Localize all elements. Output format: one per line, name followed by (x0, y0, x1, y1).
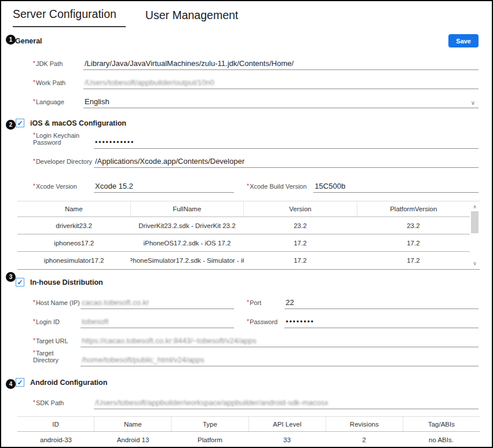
ios-macos-section-title: iOS & macOS Configuration (30, 119, 126, 127)
android-sdk-table-header: ID Name Type API Level Revisions Tag/ABI… (17, 417, 480, 432)
cell-platformversion: 23.2 (357, 217, 470, 234)
work-path-input[interactable]: /Users/tobesoft/appbuilder/output/10n0 (83, 78, 479, 89)
target-url-input[interactable]: https://cacao.tobesoft.co.kr:8443/~tobes… (81, 336, 479, 347)
xcode-version-label: *Xcode Version (33, 183, 94, 193)
save-button[interactable]: Save (448, 34, 479, 47)
column-header-platformversion: PlatformVersion (357, 201, 470, 216)
developer-directory-label: *Developer Directory (33, 158, 94, 168)
section-general: 1 General Save *JDK Path /Library/Java/J… (1, 34, 492, 108)
password-label: *Password (247, 318, 284, 328)
keychain-password-label: *Login Keychain Password (33, 132, 94, 149)
target-url-label: *Target URL (33, 337, 81, 347)
cell-name: iphonesimulator17.2 (17, 252, 130, 269)
login-id-input[interactable]: tobesoft (81, 317, 234, 328)
android-checkbox[interactable]: ✓ (16, 378, 24, 387)
checkmark-icon: ✓ (17, 379, 23, 386)
android-sdk-table: ID Name Type API Level Revisions Tag/ABI… (17, 416, 480, 448)
cell-version: 17.2 (244, 234, 357, 251)
keychain-password-input[interactable]: ••••••••••• (94, 138, 479, 149)
required-asterisk: * (33, 60, 35, 67)
cell-fullname: iPhoneSimulator17.2.sdk - Simulator - iC (130, 252, 243, 269)
port-input[interactable]: 22 (284, 298, 479, 309)
column-header-api-level: API Level (249, 417, 326, 431)
cell-name: driverkit23.2 (17, 217, 130, 234)
sdk-path-input[interactable]: /Users/tobesoft/appbuilder/workspace/app… (94, 398, 479, 409)
cell-api-level: 33 (249, 432, 326, 448)
cell-id: android-33 (17, 432, 94, 448)
required-asterisk: * (33, 337, 35, 344)
checkmark-icon: ✓ (17, 279, 23, 286)
vertical-scrollbar[interactable]: ∧ ∨ (470, 201, 480, 269)
required-asterisk: * (33, 98, 35, 105)
required-asterisk: * (33, 183, 35, 189)
column-header-type: Type (171, 417, 249, 431)
column-header-id: ID (17, 417, 94, 431)
login-id-label: *Login ID (33, 318, 81, 328)
column-header-version: Version (244, 201, 357, 216)
table-row[interactable]: iphoneos17.2 iPhoneOS17.2.sdk - iOS 17.2… (17, 234, 470, 252)
section-inhouse-distribution: 3 ✓ In-house Distribution *Host Name (IP… (1, 278, 492, 366)
cell-type: Platform (171, 432, 249, 448)
table-row[interactable]: driverkit23.2 DriverKit23.2.sdk - Driver… (17, 217, 470, 234)
required-asterisk: * (247, 299, 249, 306)
android-section-title: Android Configuration (30, 379, 107, 387)
scroll-up-icon[interactable]: ∧ (473, 204, 477, 210)
host-name-input[interactable]: cacao.tobesoft.co.kr (81, 298, 234, 309)
tab-bar: Server Configuration User Management (1, 1, 492, 27)
cell-revisions: 2 (326, 432, 403, 448)
step-badge-1: 1 (6, 35, 16, 45)
tab-user-management[interactable]: User Management (145, 9, 238, 27)
target-directory-label: *Target Directory (33, 350, 81, 366)
developer-directory-input[interactable]: /Applications/Xcode.app/Contents/Develop… (94, 157, 479, 168)
required-asterisk: * (33, 79, 35, 86)
cell-version: 17.2 (244, 252, 357, 269)
required-asterisk: * (247, 318, 249, 325)
sdk-path-label: *SDK Path (33, 399, 94, 409)
required-asterisk: * (247, 183, 249, 189)
language-select[interactable]: English∨ (83, 97, 479, 108)
required-asterisk: * (33, 132, 35, 138)
required-asterisk: * (33, 399, 35, 406)
table-row[interactable]: android-33 Android 13 Platform 33 2 no A… (17, 432, 480, 448)
jdk-path-label: *JDK Path (33, 60, 83, 70)
cell-fullname: iPhoneOS17.2.sdk - iOS 17.2 (130, 234, 243, 251)
scroll-down-icon[interactable]: ∨ (473, 261, 477, 266)
table-row[interactable]: iphonesimulator17.2 iPhoneSimulator17.2.… (17, 252, 470, 269)
host-name-label: *Host Name (IP) (33, 299, 81, 309)
cell-name: iphoneos17.2 (17, 234, 130, 251)
ios-sdk-table-header: Name FullName Version PlatformVersion (17, 201, 470, 217)
step-badge-3: 3 (6, 272, 16, 282)
column-header-name: Name (17, 201, 131, 216)
cell-tag-abis: no ABIs. (403, 432, 480, 448)
section-ios-macos: 2 ✓ iOS & macOS Configuration *Login Key… (1, 119, 492, 270)
inhouse-checkbox[interactable]: ✓ (16, 278, 24, 287)
required-asterisk: * (33, 299, 35, 306)
work-path-label: *Work Path (33, 79, 83, 89)
ios-macos-checkbox[interactable]: ✓ (16, 119, 24, 127)
chevron-down-icon: ∨ (471, 100, 477, 106)
cell-platformversion: 17.2 (357, 234, 470, 251)
required-asterisk: * (33, 318, 35, 325)
target-directory-input[interactable]: /home/tobesoft/public_html/v24/apps (81, 355, 479, 366)
password-input[interactable]: •••••••• (284, 318, 479, 328)
cell-fullname: DriverKit23.2.sdk - DriverKit 23.2 (130, 217, 243, 234)
inhouse-section-title: In-house Distribution (30, 278, 103, 287)
cell-version: 23.2 (244, 217, 357, 234)
tab-server-configuration[interactable]: Server Configuration (13, 8, 126, 27)
checkmark-icon: ✓ (17, 120, 23, 127)
required-asterisk: * (33, 350, 35, 356)
xcode-build-version-label: *Xcode Build Version (247, 183, 313, 193)
column-header-revisions: Revisions (326, 417, 403, 431)
step-badge-2: 2 (6, 120, 16, 130)
language-label: *Language (33, 98, 83, 108)
jdk-path-input[interactable]: /Library/Java/JavaVirtualMachines/zulu-1… (83, 59, 479, 70)
xcode-version-input[interactable]: Xcode 15.2 (94, 182, 234, 193)
column-header-name: Name (94, 417, 171, 431)
required-asterisk: * (33, 158, 35, 164)
scrollbar-thumb[interactable] (471, 211, 479, 233)
xcode-build-version-input[interactable]: 15C500b (313, 182, 479, 193)
step-badge-4: 4 (6, 379, 16, 389)
section-android: 4 ✓ Android Configuration *SDK Path /Use… (1, 378, 492, 448)
port-label: *Port (247, 299, 284, 309)
cell-platformversion: 17.2 (357, 252, 470, 269)
